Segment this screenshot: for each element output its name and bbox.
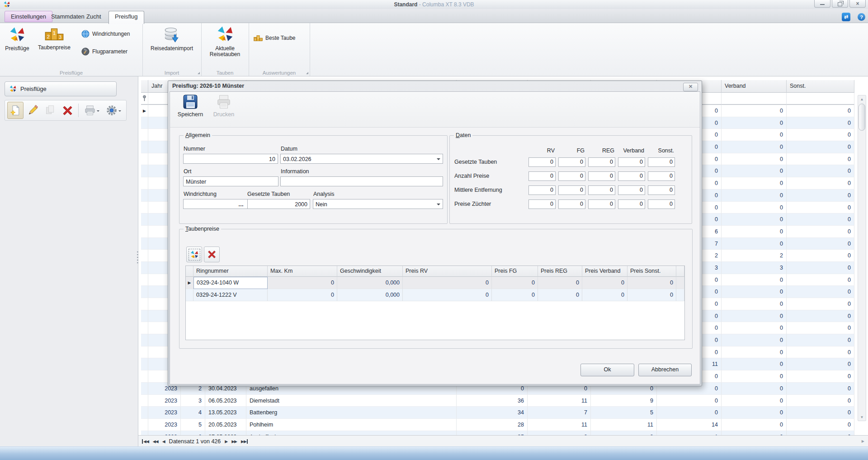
groupbox-allgemein: Allgemein Nummer 10 Datum 03.02.2026 Ort…: [179, 135, 448, 224]
ok-button[interactable]: Ok: [580, 364, 634, 376]
browse-button[interactable]: …: [238, 199, 244, 209]
row-marker-icon: ▶: [186, 277, 193, 289]
chevron-down-icon[interactable]: [437, 204, 440, 207]
minimize-button[interactable]: [814, 0, 830, 8]
vertical-scrollbar[interactable]: ▲ ▼: [858, 95, 866, 421]
nav-fast-back-button[interactable]: ◀◀: [153, 439, 158, 444]
scroll-up-icon[interactable]: ▲: [858, 95, 866, 103]
left-panel-toolbar: [5, 100, 127, 121]
delete-record-button[interactable]: [60, 102, 75, 119]
preisfluege-button[interactable]: Preisflüge: [3, 26, 32, 52]
window-title: Standard - Columba XT 8.3 VDB: [0, 1, 868, 8]
daten-value-field[interactable]: 0: [618, 157, 645, 167]
windrichtungen-button[interactable]: Windrichtungen: [81, 30, 130, 38]
groupbox-taubenpreise: Taubenpreise Ringnummer Max. Km Geschwin…: [179, 229, 693, 349]
daten-value-field[interactable]: 0: [618, 185, 645, 195]
table-row[interactable]: 2023413.05.2023Battenberg3475000: [141, 407, 854, 419]
daten-value-field[interactable]: 0: [648, 185, 675, 195]
daten-value-field[interactable]: 0: [588, 199, 615, 209]
analysis-field[interactable]: Nein: [313, 199, 443, 209]
nummer-field[interactable]: 10: [183, 154, 278, 164]
information-field[interactable]: [280, 176, 443, 186]
settings-menu-button[interactable]: [104, 102, 124, 119]
select-pigeons-button[interactable]: [186, 247, 202, 262]
nav-back-button[interactable]: ◀: [162, 439, 165, 444]
tab-preisflug[interactable]: Preisflug: [108, 11, 144, 24]
minimize-icon: [820, 4, 825, 5]
daten-value-field[interactable]: 0: [618, 171, 645, 181]
daten-value-field[interactable]: 0: [588, 171, 615, 181]
taubenpreise-button[interactable]: Taubenpreise: [33, 26, 75, 51]
taubenpreise-row[interactable]: ▶ 0329-24-1040 W 0 0,000 0 0 0 0 0: [186, 277, 684, 289]
table-row[interactable]: 2023306.05.2023Diemelstadt36119000: [141, 395, 854, 407]
gesetzte-tauben-field[interactable]: 2000: [247, 199, 310, 209]
copy-record-button[interactable]: [42, 102, 58, 119]
daten-value-field[interactable]: 0: [588, 157, 615, 167]
daten-value-field[interactable]: 0: [648, 157, 675, 167]
filter-pin-cell[interactable]: [141, 93, 148, 105]
nav-last-button[interactable]: ▶▶: [241, 439, 248, 444]
tab-zucht[interactable]: Zucht: [80, 11, 107, 22]
taubenpreise-legend: Taubenpreise: [184, 226, 221, 232]
daten-value-field[interactable]: 0: [588, 185, 615, 195]
ort-field[interactable]: Münster: [183, 176, 278, 186]
taubenpreise-row[interactable]: 0329-24-1222 V 0 0,000 0 0 0 0 0: [186, 289, 684, 301]
beste-taube-button[interactable]: Beste Taube: [254, 34, 296, 41]
print-icon: [84, 104, 96, 116]
daten-value-field[interactable]: 0: [648, 171, 675, 181]
nav-forward-button[interactable]: ▶: [225, 439, 227, 444]
remove-pigeon-button[interactable]: [204, 247, 220, 262]
ribbon: Preisflüge Taubenpreise Windrichtungen F…: [0, 23, 868, 76]
print-menu-button[interactable]: [82, 102, 102, 119]
reisedatenimport-button[interactable]: Reisedatenimport: [145, 26, 199, 52]
chevron-down-icon: [97, 110, 99, 113]
auswertungen-dialog-launcher[interactable]: [306, 72, 308, 74]
daten-column-headers: RV FG REG Verband Sonst.: [454, 147, 678, 154]
daten-value-field[interactable]: 0: [558, 171, 585, 181]
daten-value-field[interactable]: 0: [558, 157, 585, 167]
restore-button[interactable]: [832, 0, 848, 8]
daten-row-label: Gesetzte Tauben: [454, 157, 528, 167]
dialog-close-button[interactable]: ✕: [683, 83, 698, 91]
daten-value-field[interactable]: 0: [528, 171, 556, 181]
record-counter: Datensatz 1 von 426: [169, 438, 221, 445]
grid-header-verband[interactable]: Verband: [722, 80, 787, 93]
print-button[interactable]: Drucken: [208, 94, 240, 125]
daten-value-field[interactable]: 0: [558, 185, 585, 195]
daten-value-field[interactable]: 0: [618, 199, 645, 209]
import-dialog-launcher[interactable]: [198, 72, 200, 74]
flugparameter-button[interactable]: Flugparameter: [81, 47, 127, 56]
scroll-down-icon[interactable]: ▼: [858, 413, 866, 421]
settings-icon: [106, 104, 118, 116]
podium-icon: [45, 26, 64, 41]
ribbon-group-import: Reisedatenimport Import: [142, 23, 202, 76]
nav-fast-forward-button[interactable]: ▶▶: [231, 439, 237, 444]
datum-field[interactable]: 03.02.2026: [280, 154, 443, 164]
daten-value-field[interactable]: 0: [558, 199, 585, 209]
chevron-down-icon[interactable]: [437, 158, 440, 162]
cancel-button[interactable]: Abbrechen: [638, 364, 692, 376]
windrichtung-field[interactable]: … ✕: [183, 199, 254, 209]
daten-value-field[interactable]: 0: [648, 199, 675, 209]
hammer-icon: [81, 47, 90, 56]
remote-support-icon[interactable]: ⇄: [842, 13, 850, 21]
nav-first-button[interactable]: ◀◀: [142, 439, 149, 444]
grid-header-sonst[interactable]: Sonst.: [787, 80, 854, 93]
daten-row-label: Preise Züchter: [454, 199, 528, 209]
hscroll-right-icon[interactable]: ▶: [862, 439, 864, 443]
daten-value-field[interactable]: 0: [528, 199, 556, 209]
daten-row-label: Mittlere Entfernung: [454, 185, 528, 195]
table-row[interactable]: 2023520.05.2023Pohlheim2811111400: [141, 419, 854, 431]
bird-icon: [216, 25, 234, 43]
help-icon[interactable]: ?: [858, 13, 865, 21]
daten-value-field[interactable]: 0: [528, 157, 556, 167]
toolbar-separator: [78, 104, 79, 117]
daten-value-field[interactable]: 0: [528, 185, 556, 195]
new-record-button[interactable]: [7, 102, 24, 119]
close-button[interactable]: ×: [849, 0, 866, 8]
edit-record-button[interactable]: [25, 102, 41, 119]
scrollbar-thumb[interactable]: [859, 104, 865, 131]
left-panel-header: Preisflüge: [5, 81, 117, 96]
aktuelle-reisetauben-button[interactable]: AktuelleReisetauben: [203, 25, 246, 57]
save-button[interactable]: Speichern: [175, 94, 206, 125]
